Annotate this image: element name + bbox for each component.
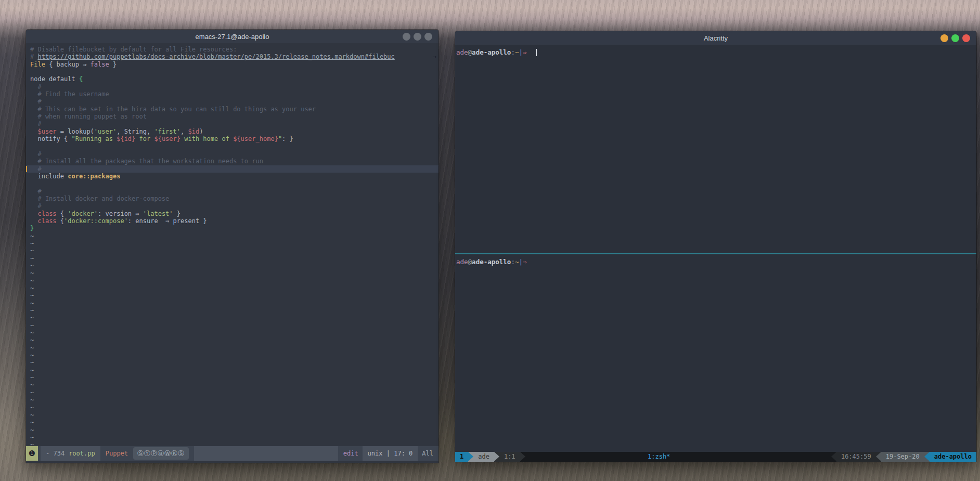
alacritty-window: Alacritty ade@ade-apollo:~|⇒ ade@ade-apo… <box>455 31 976 462</box>
code-line: node default { <box>30 75 439 83</box>
empty-line-tilde: ~ <box>30 314 439 321</box>
code-line: # when running puppet as root <box>30 113 439 120</box>
powerline-arrow-icon <box>831 452 836 462</box>
tmux-segment: ade-apollo <box>930 452 976 462</box>
emacs-cursor <box>26 166 27 172</box>
code-line: # Install docker and docker-compose <box>30 195 439 202</box>
workspace-badge: ❶ <box>26 446 38 461</box>
empty-line-tilde: ~ <box>30 434 439 441</box>
code-line: # <box>30 202 439 210</box>
modeline-position: - 734 <box>46 450 65 457</box>
tmux-status-bar: 1ade1:1 1:zsh* 16:45:5919-Sep-20ade-apol… <box>455 452 976 462</box>
maximize-button[interactable] <box>951 34 959 42</box>
empty-line-tilde: ~ <box>30 255 439 262</box>
empty-line-tilde: ~ <box>30 344 439 352</box>
empty-line-tilde: ~ <box>30 240 439 247</box>
code-line: class { 'docker': version ⇒ 'latest' } <box>30 210 439 217</box>
code-line: # <box>30 83 439 90</box>
empty-line-tilde: ~ <box>30 396 439 404</box>
code-line: # This can be set in the hira data so yo… <box>30 106 439 113</box>
minimize-button[interactable] <box>940 34 948 42</box>
emacs-window-buttons <box>403 30 432 43</box>
empty-line-tilde: ~ <box>30 411 439 419</box>
empty-line-tilde: ~ <box>30 441 439 446</box>
tmux-segment: 1:1 <box>499 452 520 462</box>
emacs-titlebar[interactable]: emacs-27.1@ade-apollo <box>26 30 439 43</box>
empty-line-tilde: ~ <box>30 381 439 388</box>
code-line: # https://github.com/puppetlabs/docs-arc… <box>30 53 439 60</box>
modeline-spacer <box>194 446 338 461</box>
encoding-position-label: unix | 17: 0 <box>363 446 418 461</box>
code-line: # Install all the packages that the work… <box>30 158 439 165</box>
scroll-indicator: All <box>422 450 433 457</box>
code-line <box>30 142 439 150</box>
empty-line-tilde: ~ <box>30 269 439 277</box>
tmux-pane-bottom[interactable]: ade@ade-apollo:~|⇒ <box>455 254 976 452</box>
maximize-button[interactable] <box>414 33 421 41</box>
modeline-file-segment: - 734 root.pp <box>41 446 100 461</box>
line-truncation-arrow-icon: → <box>433 53 436 60</box>
powerline-arrow-icon <box>494 452 499 462</box>
emacs-echo-area <box>26 461 439 463</box>
empty-line-tilde: ~ <box>30 336 439 344</box>
code-line <box>30 68 439 75</box>
alacritty-titlebar[interactable]: Alacritty <box>455 31 976 45</box>
empty-line-tilde: ~ <box>30 374 439 381</box>
shell-prompt: ade@ade-apollo:~|⇒ <box>456 257 976 266</box>
empty-line-tilde: ~ <box>30 322 439 329</box>
tmux-pane-top[interactable]: ade@ade-apollo:~|⇒ <box>455 45 976 253</box>
code-line: # <box>26 165 439 173</box>
shell-prompt: ade@ade-apollo:~|⇒ <box>456 48 976 57</box>
editor-state-label: edit <box>343 450 358 457</box>
empty-line-tilde: ~ <box>30 277 439 284</box>
empty-line-tilde: ~ <box>30 284 439 292</box>
powerline-arrow-icon <box>876 452 881 462</box>
tmux-segment: 1 <box>455 452 468 462</box>
tmux-left-segments: 1ade1:1 <box>455 452 525 462</box>
empty-line-tilde: ~ <box>30 389 439 396</box>
code-line: notify { "Running as ${id} for ${user} w… <box>30 135 439 142</box>
tmux-right-segments: 16:45:5919-Sep-20ade-apollo <box>831 452 976 462</box>
tmux-segment: ade <box>473 452 494 462</box>
code-line: # Find the username <box>30 90 439 98</box>
empty-line-tilde: ~ <box>30 300 439 307</box>
minimize-button[interactable] <box>403 33 410 41</box>
code-line: File { backup ⇒ false } <box>30 61 439 68</box>
code-line: # <box>30 120 439 127</box>
minor-modes-icons: ⓈⓎⓅⓐⓌⓀⓈ <box>133 447 189 460</box>
empty-line-tilde: ~ <box>30 404 439 411</box>
empty-line-tilde: ~ <box>30 426 439 434</box>
empty-line-tilde: ~ <box>30 419 439 426</box>
emacs-window-title: emacs-27.1@ade-apollo <box>196 33 269 41</box>
empty-line-tilde: ~ <box>30 367 439 374</box>
code-line <box>30 180 439 187</box>
powerline-arrow-icon <box>468 452 473 462</box>
emacs-modeline: ❶ - 734 root.pp Puppet ⓈⓎⓅⓐⓌⓀⓈ edit unix… <box>26 446 439 461</box>
code-line: # <box>30 98 439 105</box>
emacs-buffer[interactable]: # Disable filebucket by default for all … <box>26 43 439 446</box>
close-button[interactable] <box>424 33 432 41</box>
code-line: include core::packages <box>30 173 439 180</box>
alacritty-window-buttons <box>940 31 970 45</box>
code-line: # <box>30 188 439 195</box>
empty-line-tilde: ~ <box>30 247 439 254</box>
empty-line-tilde: ~ <box>30 359 439 366</box>
close-button[interactable] <box>962 34 970 42</box>
buffer-name: root.pp <box>69 450 95 457</box>
powerline-arrow-icon <box>924 452 930 462</box>
tmux-segment: 16:45:59 <box>836 452 876 462</box>
empty-line-tilde: ~ <box>30 352 439 359</box>
code-line: # <box>30 150 439 158</box>
terminal-cursor <box>536 49 537 56</box>
major-mode-label: Puppet <box>106 450 128 457</box>
empty-line-tilde: ~ <box>30 262 439 269</box>
alacritty-window-title: Alacritty <box>704 34 728 42</box>
empty-line-tilde: ~ <box>30 232 439 240</box>
code-line: } <box>30 225 439 232</box>
code-line: class {'docker::compose': ensure ⇒ prese… <box>30 217 439 225</box>
emacs-window: emacs-27.1@ade-apollo # Disable filebuck… <box>26 30 439 463</box>
empty-line-tilde: ~ <box>30 307 439 314</box>
empty-line-tilde: ~ <box>30 292 439 299</box>
empty-line-tilde: ~ <box>30 329 439 336</box>
tmux-window-name[interactable]: 1:zsh* <box>648 452 670 462</box>
